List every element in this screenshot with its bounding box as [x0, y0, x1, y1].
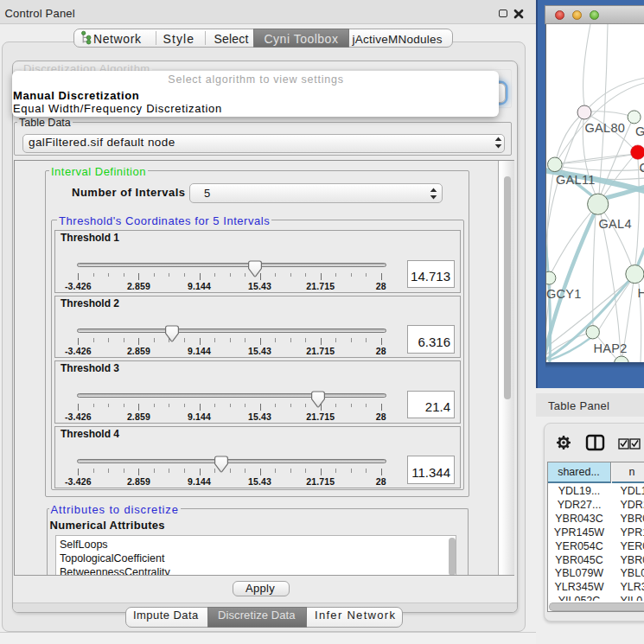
- svg-text:GAL4: GAL4: [599, 217, 632, 231]
- svg-text:HAP2: HAP2: [594, 341, 628, 355]
- svg-text:GCY1: GCY1: [546, 287, 582, 301]
- svg-text:C: C: [640, 161, 644, 175]
- svg-text:GAL11: GAL11: [556, 173, 596, 187]
- svg-text:GA: GA: [635, 124, 644, 138]
- svg-text:GAL80: GAL80: [585, 121, 626, 135]
- svg-text:H: H: [638, 286, 644, 300]
